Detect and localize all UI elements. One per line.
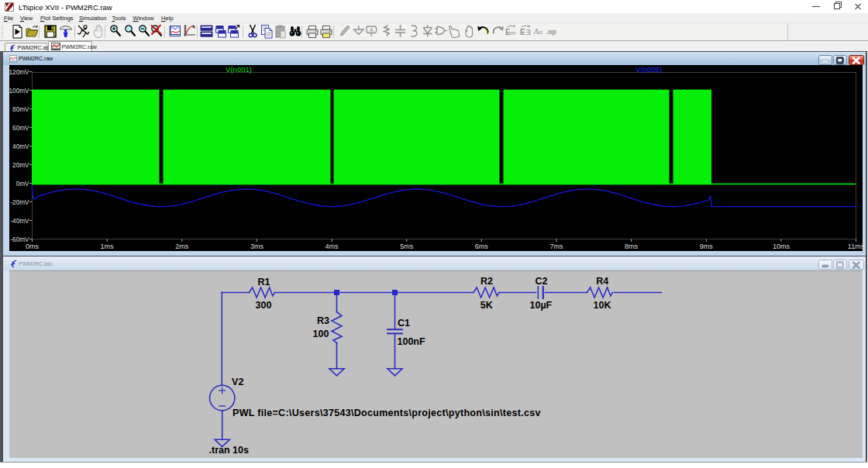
svg-text:100mV: 100mV [9,88,29,95]
svg-text:2ms: 2ms [175,243,189,250]
svg-text:100: 100 [312,328,329,339]
svg-text:V2: V2 [232,376,243,387]
svg-text:120mV: 120mV [9,69,29,76]
svg-text:10µF: 10µF [529,299,552,310]
svg-text:10K: 10K [593,299,611,310]
svg-text:R2: R2 [480,275,493,286]
svg-text:100nF: 100nF [397,336,425,347]
svg-text:300: 300 [255,299,271,310]
svg-text:0ms: 0ms [26,243,40,250]
svg-text:m: m [511,29,516,36]
svg-text:.op: .op [546,28,556,36]
svg-text:V(n001): V(n001) [226,65,252,74]
svg-text:E: E [520,28,525,36]
svg-text:0mV: 0mV [16,181,29,188]
svg-text:-40mV: -40mV [10,218,29,225]
svg-text:5ms: 5ms [400,243,414,250]
svg-text:8ms: 8ms [625,243,639,250]
svg-text:C2: C2 [535,275,547,286]
svg-text:40mV: 40mV [12,143,29,150]
svg-text:10ms: 10ms [773,243,790,250]
svg-text:.tran 10s: .tran 10s [208,444,248,455]
svg-text:∃: ∃ [525,28,530,36]
svg-text:V(n005): V(n005) [636,65,662,74]
svg-text:1ms: 1ms [101,243,115,250]
svg-text:20mV: 20mV [12,162,29,169]
svg-text:5K: 5K [480,299,492,310]
svg-text:A: A [370,26,374,33]
svg-text:7ms: 7ms [549,243,563,250]
svg-text:6ms: 6ms [475,243,489,250]
svg-text:R4: R4 [596,275,608,286]
svg-text:4ms: 4ms [326,243,339,250]
svg-text:3ms: 3ms [250,243,264,250]
svg-text:9ms: 9ms [700,243,714,250]
svg-text:R1: R1 [257,276,270,287]
svg-text:80mV: 80mV [12,106,29,113]
svg-text:60mV: 60mV [12,125,29,132]
svg-text:a: a [539,28,543,36]
svg-text:11ms: 11ms [848,243,865,250]
svg-text:PWL file=C:\Users\37543\Docume: PWL file=C:\Users\37543\Documents\projec… [232,408,541,418]
svg-text:A: A [533,26,539,36]
svg-text:C1: C1 [398,317,410,328]
svg-text:R3: R3 [316,315,329,325]
svg-text:-20mV: -20mV [10,199,29,206]
